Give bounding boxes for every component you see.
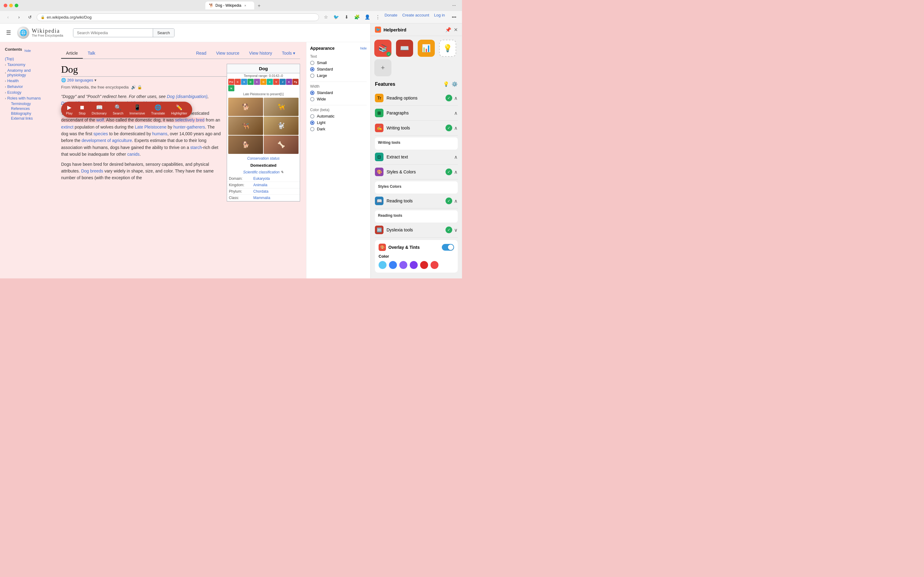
- close-traffic-light[interactable]: [4, 4, 7, 7]
- wiki-menu-icon[interactable]: ☰: [6, 29, 13, 36]
- dog-breeds-link[interactable]: Dog breeds: [81, 169, 103, 173]
- search-toolbar-button[interactable]: 🔍 Search: [113, 104, 123, 115]
- tab-tools[interactable]: Tools ▾: [277, 48, 300, 59]
- color-dark-option[interactable]: Dark: [310, 127, 367, 131]
- sidebar-sub-bibliography[interactable]: Bibliography: [11, 111, 50, 116]
- selectively-bred-link[interactable]: selectively bred: [175, 118, 205, 122]
- languages-link[interactable]: 269 languages: [67, 78, 93, 82]
- tab-article[interactable]: Article: [61, 48, 83, 59]
- styles-colors-toggle[interactable]: ∧: [454, 169, 458, 175]
- helperbird-extension-button[interactable]: 🐦: [332, 13, 340, 21]
- immersive-button[interactable]: 📱 Immersive: [129, 104, 145, 115]
- sidebar-item-health[interactable]: › Health: [5, 79, 50, 83]
- download-button[interactable]: ⬇: [342, 13, 351, 21]
- sidebar-item-top[interactable]: (Top): [5, 56, 50, 61]
- color-light-radio[interactable]: [310, 121, 314, 125]
- color-light-option[interactable]: Light: [310, 120, 367, 125]
- swatch-lightblue[interactable]: [379, 261, 386, 269]
- width-standard-option[interactable]: Standard: [310, 90, 367, 95]
- app-keyboard[interactable]: ⌨️: [396, 40, 413, 57]
- window-nav-button[interactable]: ⋯: [450, 1, 458, 10]
- minimize-traffic-light[interactable]: [9, 4, 13, 7]
- sidebar-item-roles[interactable]: › Roles with humans: [5, 96, 50, 100]
- wolf-link[interactable]: wolf: [96, 118, 104, 122]
- new-tab-button[interactable]: +: [255, 2, 263, 10]
- bookmark-button[interactable]: ☆: [321, 13, 330, 21]
- infobox-scientific[interactable]: Scientific classification ✎: [227, 169, 300, 176]
- tab-view-history[interactable]: View history: [244, 48, 277, 59]
- canids-link[interactable]: canids: [127, 152, 139, 156]
- maximize-traffic-light[interactable]: [15, 4, 18, 7]
- text-small-option[interactable]: Small: [310, 60, 367, 65]
- swatch-blue[interactable]: [389, 261, 397, 269]
- extensions-button[interactable]: 🧩: [353, 13, 361, 21]
- sidebar-sub-external[interactable]: External links: [11, 116, 50, 121]
- app-chart[interactable]: 📊: [418, 40, 435, 57]
- species-link[interactable]: species: [94, 131, 108, 136]
- paragraphs-toggle[interactable]: ∧: [454, 110, 458, 116]
- hunter-gatherers-link[interactable]: hunter-gatherers: [173, 124, 205, 129]
- sidebar-item-anatomy[interactable]: › Anatomy and physiology: [5, 68, 50, 77]
- starch-link[interactable]: starch: [191, 145, 202, 150]
- width-wide-option[interactable]: Wide: [310, 97, 367, 102]
- highlighter-button[interactable]: ✏️ Highlighter: [171, 104, 187, 115]
- dictionary-button[interactable]: 📖 Dictionary: [92, 104, 107, 115]
- wiki-search-input[interactable]: [73, 29, 153, 37]
- translate-button[interactable]: 🌐 Translate: [151, 104, 165, 115]
- infobox-value-phylum[interactable]: Chordata: [253, 189, 268, 193]
- gear-icon[interactable]: ⚙️: [452, 81, 458, 87]
- tab-read[interactable]: Read: [191, 48, 211, 59]
- donate-link[interactable]: Donate: [384, 13, 397, 21]
- reading-options-toggle[interactable]: ∧: [454, 95, 458, 101]
- tab-view-source[interactable]: View source: [211, 48, 244, 59]
- text-standard-option[interactable]: Standard: [310, 67, 367, 71]
- text-large-radio[interactable]: [310, 74, 314, 78]
- refresh-button[interactable]: ↺: [26, 13, 34, 21]
- swatch-red[interactable]: [420, 261, 428, 269]
- back-button[interactable]: ‹: [4, 13, 12, 21]
- sidebar-item-behavior[interactable]: › Behavior: [5, 84, 50, 89]
- extract-text-toggle[interactable]: ∧: [454, 154, 458, 160]
- appearance-hide-button[interactable]: hide: [360, 47, 367, 50]
- add-app-button[interactable]: +: [374, 59, 391, 76]
- sidebar-item-taxonomy[interactable]: › Taxonomy: [5, 62, 50, 67]
- late-pleistocene-link[interactable]: Late Pleistocene: [135, 124, 166, 129]
- swatch-purple[interactable]: [399, 261, 407, 269]
- agriculture-link[interactable]: development of agriculture: [82, 138, 132, 143]
- wiki-search-button[interactable]: Search: [153, 29, 174, 37]
- text-small-radio[interactable]: [310, 61, 314, 65]
- forward-button[interactable]: ›: [15, 13, 23, 21]
- humans-link[interactable]: humans: [152, 131, 168, 136]
- swatch-darkpurple[interactable]: [410, 261, 418, 269]
- width-standard-radio[interactable]: [310, 91, 314, 95]
- reading-tools-toggle[interactable]: ∧: [454, 198, 458, 204]
- dyslexia-tools-toggle[interactable]: ∨: [454, 227, 458, 233]
- dog-disambig-link[interactable]: Dog (disambiguation): [167, 94, 207, 99]
- stop-button[interactable]: ⏹ Stop: [79, 105, 86, 115]
- overlay-toggle[interactable]: [442, 244, 454, 251]
- helperbird-close-button[interactable]: ✕: [454, 27, 458, 33]
- app-reading[interactable]: 📚 ✓: [374, 40, 391, 57]
- play-button[interactable]: ▶ Play: [66, 104, 73, 115]
- active-tab[interactable]: 🐕 Dog - Wikipedia ×: [205, 2, 254, 10]
- infobox-value-kingdom[interactable]: Animalia: [253, 183, 267, 187]
- address-bar[interactable]: 🔒 en.wikipedia.org/wiki/Dog: [37, 13, 319, 21]
- tab-talk[interactable]: Talk: [83, 48, 100, 59]
- more-nav-button[interactable]: •••: [450, 13, 458, 21]
- contents-hide-button[interactable]: hide: [24, 49, 31, 53]
- text-large-option[interactable]: Large: [310, 73, 367, 78]
- width-wide-radio[interactable]: [310, 97, 314, 102]
- pin-icon[interactable]: 📌: [445, 27, 451, 33]
- color-dark-radio[interactable]: [310, 127, 314, 131]
- menu-button[interactable]: ⋮: [373, 13, 382, 21]
- bulb-icon[interactable]: 💡: [443, 81, 449, 87]
- infobox-value-domain[interactable]: Eukaryota: [253, 176, 270, 181]
- extinct-link[interactable]: extinct: [61, 124, 73, 129]
- infobox-value-class[interactable]: Mammalia: [253, 196, 270, 200]
- swatch-lightred[interactable]: [431, 261, 438, 269]
- wiki-search-bar[interactable]: Search: [73, 28, 174, 37]
- tab-close-button[interactable]: ×: [243, 3, 247, 8]
- login-link[interactable]: Log in: [434, 13, 445, 21]
- profile-button[interactable]: 👤: [363, 13, 372, 21]
- text-standard-radio[interactable]: [310, 67, 314, 71]
